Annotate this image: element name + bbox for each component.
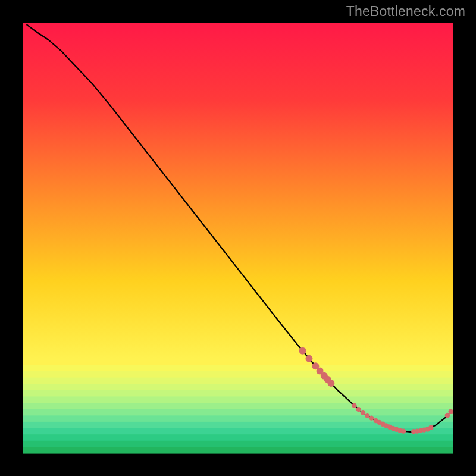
curve-marker	[445, 413, 450, 418]
curve-marker	[448, 409, 453, 414]
bottleneck-curve-chart	[0, 0, 476, 476]
curve-marker	[401, 428, 406, 433]
svg-rect-1	[23, 359, 453, 365]
chart-stage: TheBottleneck.com	[0, 0, 476, 476]
svg-rect-2	[23, 365, 453, 371]
curve-marker	[369, 415, 374, 420]
svg-rect-4	[23, 378, 453, 384]
curve-marker	[361, 410, 365, 415]
curve-marker	[365, 413, 369, 418]
watermark-text: TheBottleneck.com	[346, 4, 465, 20]
svg-rect-6	[23, 390, 453, 397]
svg-rect-13	[23, 434, 453, 441]
curve-marker	[299, 347, 306, 355]
curve-marker	[352, 403, 356, 408]
svg-rect-14	[23, 441, 453, 447]
svg-rect-5	[23, 384, 453, 390]
svg-rect-3	[23, 371, 453, 378]
svg-rect-9	[23, 409, 453, 416]
svg-rect-10	[23, 415, 453, 422]
svg-rect-7	[23, 396, 453, 403]
curve-marker	[327, 380, 334, 387]
curve-marker	[428, 425, 433, 430]
svg-rect-8	[23, 403, 453, 409]
curve-marker	[356, 407, 361, 412]
svg-rect-15	[23, 447, 453, 453]
curve-marker	[305, 355, 312, 362]
